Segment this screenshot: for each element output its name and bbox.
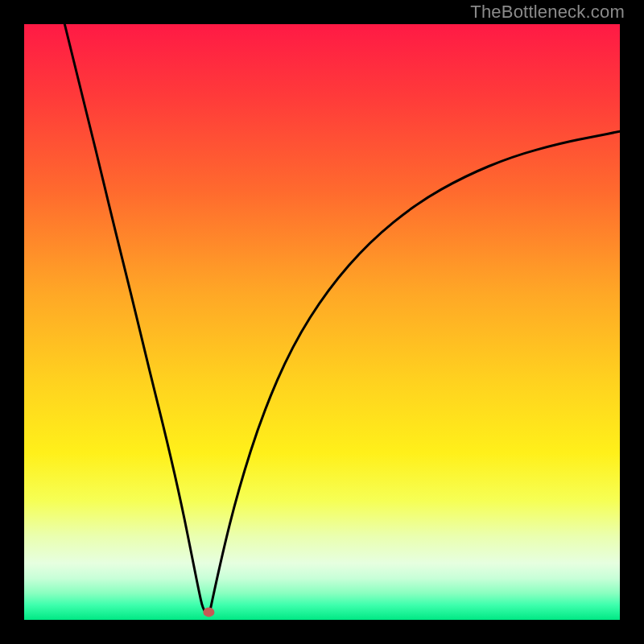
- chart-svg: [0, 0, 644, 644]
- plot-background: [24, 24, 620, 620]
- watermark-text: TheBottleneck.com: [470, 2, 625, 23]
- optimal-point-marker: [203, 607, 214, 617]
- chart-frame: { "watermark": "TheBottleneck.com", "plo…: [0, 0, 644, 644]
